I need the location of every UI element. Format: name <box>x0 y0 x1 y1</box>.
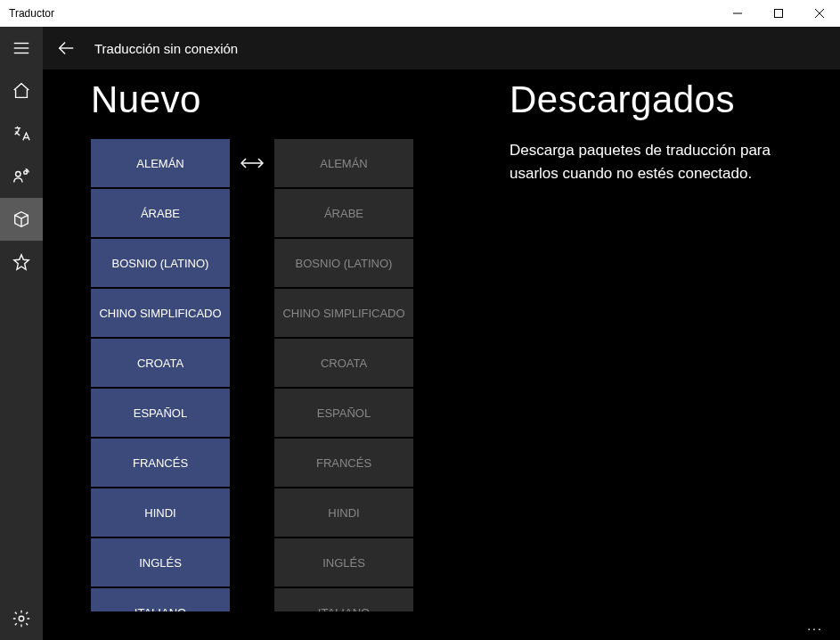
source-language-item[interactable]: CHINO SIMPLIFICADO <box>91 289 230 337</box>
target-language-item[interactable]: ESPAÑOL <box>274 389 413 437</box>
home-icon[interactable] <box>0 70 43 112</box>
more-button[interactable]: ... <box>799 615 831 636</box>
page-title: Traducción sin conexión <box>94 41 238 56</box>
conversation-icon[interactable] <box>0 155 43 198</box>
source-language-item[interactable]: CROATA <box>91 339 230 387</box>
new-heading: Nuevo <box>91 78 474 121</box>
source-language-item[interactable]: ALEMÁN <box>91 139 230 187</box>
target-language-item[interactable]: CHINO SIMPLIFICADO <box>274 289 413 337</box>
source-language-list[interactable]: ALEMÁNÁRABEBOSNIO (LATINO)CHINO SIMPLIFI… <box>91 139 230 611</box>
target-language-item[interactable]: INGLÉS <box>274 538 413 587</box>
close-button[interactable] <box>799 0 840 27</box>
hamburger-button[interactable] <box>0 27 43 70</box>
target-language-item[interactable]: BOSNIO (LATINO) <box>274 239 413 287</box>
target-language-item[interactable]: ITALIANO <box>274 588 413 611</box>
back-button[interactable] <box>55 37 77 59</box>
favorites-icon[interactable] <box>0 241 43 283</box>
source-language-item[interactable]: INGLÉS <box>91 538 230 587</box>
source-language-item[interactable]: BOSNIO (LATINO) <box>91 239 230 287</box>
svg-rect-1 <box>775 10 783 18</box>
settings-icon[interactable] <box>0 597 43 640</box>
downloaded-description: Descarga paquetes de traducción para usa… <box>510 139 813 185</box>
target-language-item[interactable]: ÁRABE <box>274 189 413 237</box>
swap-languages-button[interactable] <box>239 139 265 187</box>
offline-packages-icon[interactable] <box>0 198 43 241</box>
source-language-item[interactable]: ESPAÑOL <box>91 389 230 437</box>
maximize-button[interactable] <box>758 0 799 27</box>
window-controls <box>717 0 840 27</box>
target-language-item[interactable]: HINDI <box>274 488 413 537</box>
target-language-list[interactable]: ALEMÁNÁRABEBOSNIO (LATINO)CHINO SIMPLIFI… <box>274 139 413 611</box>
window-titlebar: Traductor <box>0 0 840 27</box>
sidebar <box>0 27 43 640</box>
target-language-item[interactable]: FRANCÉS <box>274 439 413 487</box>
svg-point-7 <box>16 172 20 177</box>
translate-icon[interactable] <box>0 112 43 155</box>
target-language-item[interactable]: CROATA <box>274 339 413 387</box>
svg-point-9 <box>19 616 24 621</box>
downloaded-heading: Descargados <box>510 78 813 121</box>
minimize-button[interactable] <box>717 0 758 27</box>
target-language-item[interactable]: ALEMÁN <box>274 139 413 187</box>
window-title: Traductor <box>9 7 717 20</box>
source-language-item[interactable]: ITALIANO <box>91 588 230 611</box>
source-language-item[interactable]: ÁRABE <box>91 189 230 237</box>
source-language-item[interactable]: FRANCÉS <box>91 439 230 487</box>
topbar: Traducción sin conexión <box>43 27 840 70</box>
source-language-item[interactable]: HINDI <box>91 488 230 537</box>
